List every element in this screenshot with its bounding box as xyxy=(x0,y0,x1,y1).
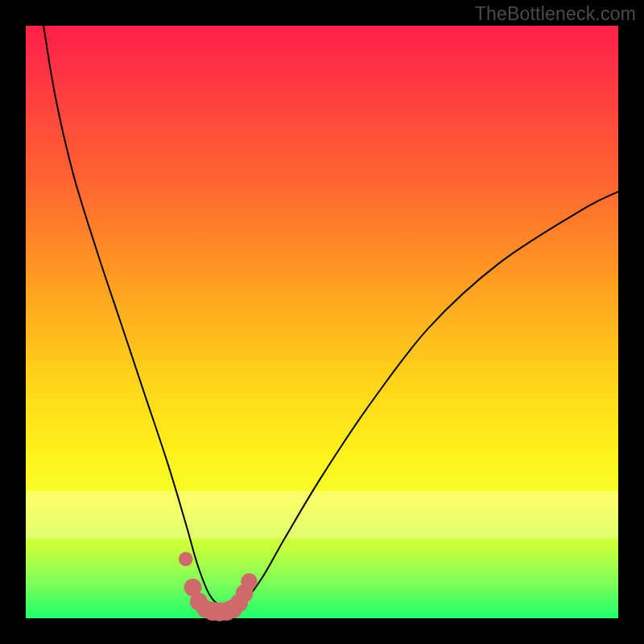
highlight-dot xyxy=(179,552,193,567)
highlight-dots-group xyxy=(179,552,258,621)
bottleneck-curve xyxy=(43,26,618,608)
plot-area xyxy=(26,26,618,618)
watermark-text: TheBottleneck.com xyxy=(475,3,636,25)
curve-svg xyxy=(26,26,618,618)
highlight-dot xyxy=(241,573,258,590)
chart-frame: TheBottleneck.com xyxy=(0,0,644,644)
